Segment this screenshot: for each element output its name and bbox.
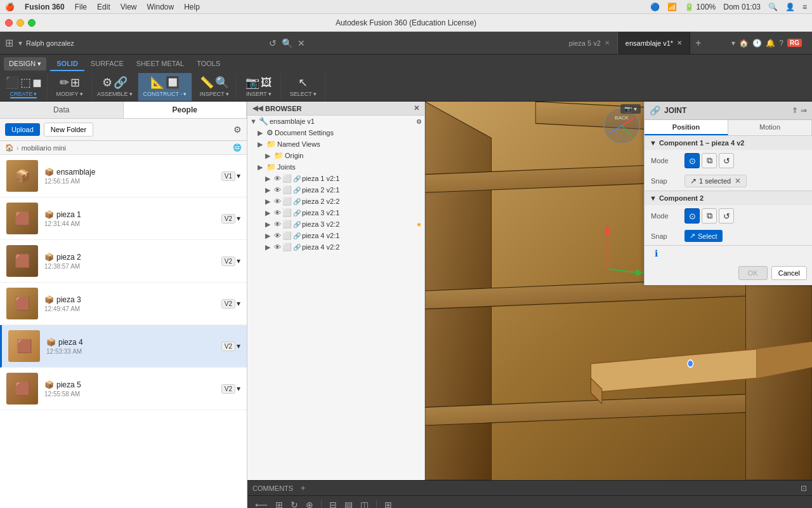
file-item-ensamblaje[interactable]: 📦 📦 ensamblaje 12:56:15 AM V1 ▾ — [0, 155, 247, 197]
help-icon[interactable]: ? — [779, 39, 783, 48]
file-item-pieza5[interactable]: 🟫 📦 pieza 5 12:55:58 AM V2 ▾ — [0, 368, 247, 410]
tree-item-pieza3v22[interactable]: ▶ 👁 ⬜ 🔗 pieza 3 v2:2 ★ — [247, 218, 424, 230]
tree-eye-pieza3v22[interactable]: 👁 — [274, 220, 281, 228]
tree-item-namedviews[interactable]: ▶ 📁 Named Views — [247, 138, 424, 150]
version-dropdown-pieza3[interactable]: ▾ — [237, 299, 240, 308]
version-dropdown-icon[interactable]: ▾ — [237, 171, 240, 180]
tree-eye-pieza4v21[interactable]: 👁 — [274, 232, 281, 239]
select-snap-btn[interactable]: ↗ Select — [684, 230, 723, 242]
ribbon-tab-surface[interactable]: SURFACE — [84, 57, 130, 71]
tree-root[interactable]: ▼ 🔧 ensamblaje v1 ⚙ — [247, 116, 424, 127]
mode-btn-2[interactable]: ⧉ — [702, 153, 717, 168]
rotate-icon[interactable]: ↻ — [288, 498, 301, 509]
browser-collapse-icon[interactable]: ◀◀ — [252, 104, 263, 112]
comments-add-icon[interactable]: + — [301, 484, 305, 493]
tree-item-pieza2v21[interactable]: ▶ 👁 ⬜ 🔗 pieza 2 v2:1 — [247, 184, 424, 196]
tab-ensamblaje[interactable]: ensamblaje v1* ✕ — [618, 32, 690, 54]
settings-btn[interactable]: ⚙ — [233, 124, 242, 135]
ribbon-group-select[interactable]: ↖ SELECT ▾ — [281, 73, 325, 101]
home-breadcrumb-icon[interactable]: 🏠 — [5, 144, 14, 152]
pan-icon[interactable]: ⟵ — [252, 498, 270, 509]
version-dropdown-pieza1[interactable]: ▾ — [237, 214, 240, 223]
siri-icon[interactable]: 👤 — [785, 3, 795, 11]
menu-view[interactable]: View — [121, 3, 137, 11]
file-item-pieza4[interactable]: 🟫 📦 pieza 4 12:53:33 AM V2 ▾ — [0, 325, 247, 368]
version-badge-pieza4[interactable]: V2 — [221, 342, 235, 351]
file-version-ensamblaje[interactable]: V1 ▾ — [221, 171, 240, 181]
ribbon-group-inspect[interactable]: 📏 🔍 INSPECT ▾ — [192, 73, 237, 101]
refresh-icon[interactable]: ↺ — [269, 38, 277, 48]
user-avatar-badge[interactable]: RG — [787, 39, 802, 47]
joint-expand-icon2[interactable]: ⇒ — [801, 106, 807, 115]
ribbon-group-construct[interactable]: 📐 🔲 CONSTRUCT - ▾ — [138, 73, 193, 101]
camera-view-control[interactable]: 📷 ▾ — [620, 104, 641, 114]
joint-component2-header[interactable]: ▼ Component 2 — [645, 191, 812, 205]
ribbon-tab-sheetmetal[interactable]: SHEET METAL — [130, 57, 190, 71]
ribbon-tab-tools[interactable]: TOOLS — [190, 57, 226, 71]
tree-eye-pieza4v22[interactable]: 👁 — [274, 243, 281, 251]
tree-item-joints[interactable]: ▶ 📁 Joints — [247, 161, 424, 173]
clock-icon[interactable]: 🕐 — [752, 39, 762, 48]
comments-panel-icon[interactable]: ⊡ — [801, 484, 807, 493]
tree-item-pieza4v22[interactable]: ▶ 👁 ⬜ 🔗 pieza 4 v2:2 — [247, 241, 424, 253]
tab-more-icon[interactable]: ▾ — [731, 39, 735, 48]
breadcrumb-project[interactable]: mobiliario mini — [22, 144, 66, 152]
tab-data[interactable]: Data — [0, 102, 124, 118]
tab-ensamblaje-close[interactable]: ✕ — [677, 39, 682, 46]
file-version-pieza1[interactable]: V2 ▾ — [221, 214, 240, 224]
app-name[interactable]: Fusion 360 — [25, 3, 65, 11]
ribbon-group-create[interactable]: ⬛ ⬚ ◼ CREATE ▾ — [0, 73, 48, 101]
mode-btn2-1[interactable]: ⊙ — [684, 208, 700, 224]
joint-expand-icon[interactable]: ⇑ — [792, 106, 798, 115]
menu-edit[interactable]: Edit — [97, 3, 110, 11]
ribbon-group-assemble[interactable]: ⚙ 🔗 ASSEMBLE ▾ — [92, 73, 138, 101]
search-menubar-icon[interactable]: 🔍 — [768, 3, 778, 11]
apple-menu[interactable]: 🍎 — [5, 3, 15, 11]
app-grid-icon[interactable]: ⊞ — [5, 37, 13, 49]
close-panel-icon[interactable]: ✕ — [298, 38, 305, 48]
bell-icon[interactable]: 🔔 — [766, 39, 775, 48]
new-folder-btn[interactable]: New Folder — [44, 123, 93, 137]
version-badge-pieza3[interactable]: V2 — [221, 299, 235, 309]
file-item-pieza3[interactable]: 🟫 📦 pieza 3 12:49:47 AM V2 ▾ — [0, 283, 247, 325]
tree-item-pieza4v21[interactable]: ▶ 👁 ⬜ 🔗 pieza 4 v2:1 — [247, 230, 424, 241]
maximize-window-btn[interactable] — [28, 19, 36, 27]
ribbon-group-insert[interactable]: 📷 🖼 INSERT ▾ — [237, 73, 281, 101]
version-badge-ensamblaje[interactable]: V1 — [221, 171, 235, 181]
ribbon-tab-solid[interactable]: SOLID — [50, 57, 84, 71]
file-version-pieza5[interactable]: V2 ▾ — [221, 384, 240, 394]
tree-item-pieza3v21[interactable]: ▶ 👁 ⬜ 🔗 pieza 3 v2:1 — [247, 207, 424, 218]
menu-help[interactable]: Help — [184, 3, 200, 11]
tree-item-pieza2v22[interactable]: ▶ 👁 ⬜ 🔗 pieza 2 v2:2 — [247, 196, 424, 207]
joint-tab-position[interactable]: Position — [645, 120, 728, 135]
menu-file[interactable]: File — [75, 3, 87, 11]
tree-item-origin[interactable]: ▶ 📁 Origin — [247, 150, 424, 161]
version-badge-pieza2[interactable]: V2 — [221, 257, 235, 266]
mode-btn-3[interactable]: ↺ — [719, 153, 734, 168]
tab-pieza5-close[interactable]: ✕ — [605, 39, 610, 46]
notification-icon[interactable]: ≡ — [802, 3, 807, 11]
joint-cancel-btn[interactable]: Cancel — [771, 266, 807, 280]
tree-eye-pieza2v21[interactable]: 👁 — [274, 186, 281, 194]
tab-pieza5[interactable]: pieza 5 v2 ✕ — [561, 32, 618, 54]
zoom-icon[interactable]: ⊕ — [303, 498, 316, 509]
version-dropdown-pieza5[interactable]: ▾ — [237, 384, 240, 393]
display-mode-icon[interactable]: ▤ — [342, 498, 355, 509]
version-badge-pieza5[interactable]: V2 — [221, 384, 235, 394]
upload-btn[interactable]: Upload — [5, 123, 40, 136]
clear-selection-btn[interactable]: ✕ — [735, 177, 741, 185]
section-analysis-icon[interactable]: ⊞ — [382, 498, 395, 509]
grid-icon[interactable]: ⊟ — [327, 498, 339, 509]
mode-btn2-3[interactable]: ↺ — [719, 208, 734, 224]
home-icon[interactable]: 🏠 — [739, 39, 749, 48]
tree-item-docsettings[interactable]: ▶ ⚙ Document Settings — [247, 127, 424, 138]
joint-tab-motion[interactable]: Motion — [728, 120, 812, 135]
version-dropdown-pieza2[interactable]: ▾ — [237, 257, 240, 265]
version-badge-pieza1[interactable]: V2 — [221, 214, 235, 224]
tab-people[interactable]: People — [124, 102, 247, 118]
file-version-pieza3[interactable]: V2 ▾ — [221, 299, 240, 309]
environment-icon[interactable]: ◫ — [358, 498, 371, 509]
design-dropdown-btn[interactable]: DESIGN ▾ — [4, 57, 46, 70]
file-item-pieza2[interactable]: 🟫 📦 pieza 2 12:38:57 AM V2 ▾ — [0, 240, 247, 283]
close-window-btn[interactable] — [5, 19, 13, 27]
